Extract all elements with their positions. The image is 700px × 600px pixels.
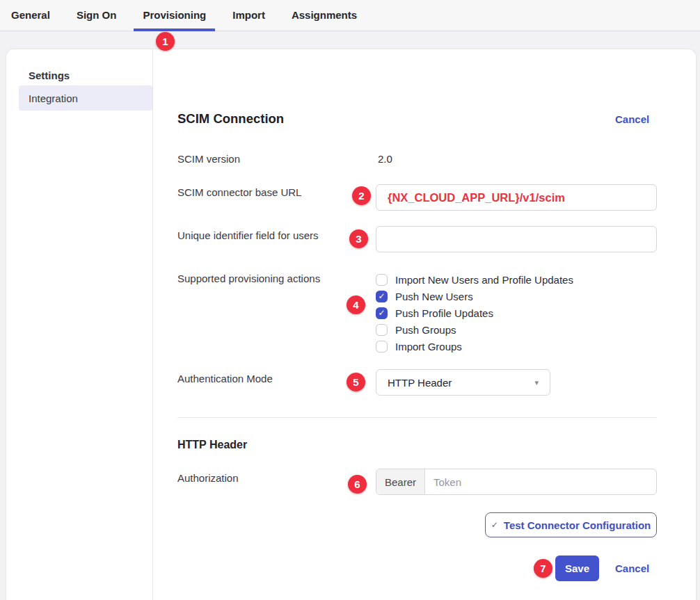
checkbox-row-push-groups[interactable]: Push Groups (376, 321, 573, 338)
auth-mode-label: Authentication Mode (177, 373, 273, 384)
checkbox-unchecked-icon[interactable] (376, 324, 388, 336)
checkbox-checked-icon[interactable]: ✓ (376, 307, 388, 319)
bearer-prefix: Bearer (376, 469, 425, 494)
checkbox-row-import-new-users[interactable]: Import New Users and Profile Updates (376, 271, 573, 288)
checkbox-unchecked-icon[interactable] (376, 274, 388, 286)
scim-version-label: SCIM version (177, 153, 240, 165)
cancel-link-top[interactable]: Cancel (615, 113, 649, 125)
provisioning-actions-label: Supported provisioning actions (177, 273, 320, 284)
sidebar-header-settings: Settings (29, 70, 70, 81)
chevron-down-icon: ▾ (534, 378, 539, 387)
tab-general[interactable]: General (2, 0, 59, 31)
section-divider (177, 417, 657, 418)
sidebar-divider (152, 49, 153, 600)
app-tab-bar: General Sign On Provisioning Import Assi… (0, 0, 700, 31)
test-connector-button[interactable]: ✓ Test Connector Configuration (485, 512, 657, 537)
checkbox-label: Push Profile Updates (395, 307, 493, 319)
step-badge-2: 2 (352, 186, 371, 205)
sidebar-item-label: Integration (29, 92, 78, 104)
base-url-input[interactable] (376, 184, 657, 211)
step-badge-4: 4 (347, 295, 365, 314)
step-badge-6: 6 (348, 475, 367, 494)
auth-mode-select[interactable]: HTTP Header ▾ (376, 369, 550, 396)
checkbox-label: Import New Users and Profile Updates (395, 274, 573, 286)
page-title: SCIM Connection (177, 111, 284, 127)
checkmark-icon: ✓ (491, 520, 498, 530)
scim-version-value: 2.0 (378, 153, 392, 165)
unique-id-input[interactable] (376, 226, 657, 252)
http-header-section-title: HTTP Header (177, 439, 247, 451)
checkmark-icon: ✓ (378, 309, 385, 317)
tab-sign-on[interactable]: Sign On (67, 0, 126, 31)
step-badge-7: 7 (534, 559, 552, 578)
authorization-label: Authorization (177, 472, 239, 484)
checkbox-checked-icon[interactable]: ✓ (376, 291, 388, 302)
test-connector-label: Test Connector Configuration (504, 519, 651, 531)
cancel-link-bottom[interactable]: Cancel (615, 562, 649, 574)
base-url-label: SCIM connector base URL (177, 186, 301, 198)
checkbox-row-push-profile-updates[interactable]: ✓ Push Profile Updates (376, 305, 573, 321)
tab-import[interactable]: Import (223, 0, 274, 31)
checkbox-label: Push New Users (395, 291, 473, 302)
provisioning-actions-list: Import New Users and Profile Updates ✓ P… (376, 271, 573, 355)
tab-assignments[interactable]: Assignments (283, 0, 366, 31)
save-button[interactable]: Save (555, 556, 599, 581)
checkbox-label: Import Groups (395, 341, 462, 352)
checkbox-row-import-groups[interactable]: Import Groups (376, 338, 573, 355)
tab-provisioning[interactable]: Provisioning (134, 0, 215, 31)
step-badge-1: 1 (156, 32, 175, 51)
sidebar-item-integration[interactable]: Integration (19, 86, 152, 111)
checkbox-label: Push Groups (395, 324, 456, 336)
step-badge-3: 3 (349, 229, 368, 248)
step-badge-5: 5 (347, 373, 365, 391)
token-input[interactable] (425, 469, 656, 494)
checkbox-unchecked-icon[interactable] (376, 341, 388, 352)
auth-mode-selected-value: HTTP Header (388, 377, 452, 389)
checkmark-icon: ✓ (378, 292, 385, 300)
unique-id-label: Unique identifier field for users (177, 229, 319, 241)
authorization-input-group: Bearer (376, 469, 657, 495)
checkbox-row-push-new-users[interactable]: ✓ Push New Users (376, 288, 573, 305)
